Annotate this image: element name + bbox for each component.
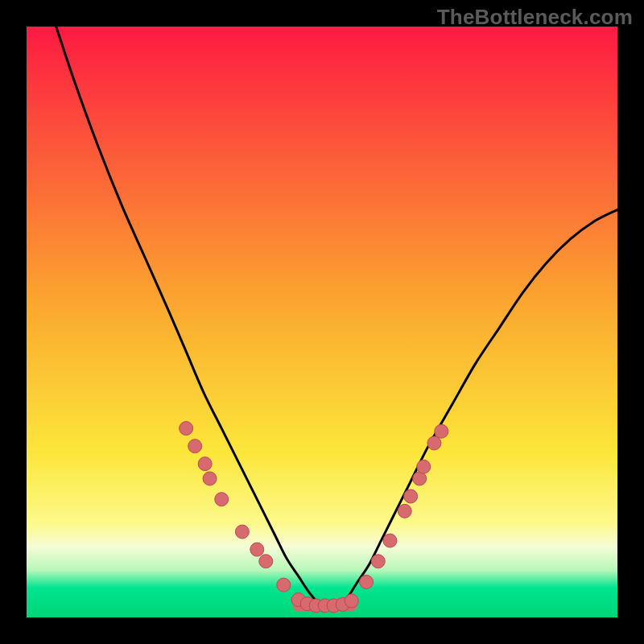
curve-marker <box>435 424 448 438</box>
curve-marker <box>259 555 273 568</box>
curve-marker <box>345 594 358 608</box>
curve-marker <box>371 555 385 568</box>
curve-marker <box>188 440 202 453</box>
bottleneck-chart <box>0 0 644 644</box>
curve-marker <box>383 534 397 547</box>
curve-marker <box>215 493 229 506</box>
curve-marker <box>398 504 411 518</box>
curve-marker <box>250 543 264 556</box>
curve-marker <box>277 578 291 592</box>
curve-marker <box>360 575 374 588</box>
curve-marker <box>235 525 249 539</box>
curve-marker <box>203 472 217 485</box>
curve-marker <box>427 436 441 450</box>
curve-marker <box>180 422 193 436</box>
plot-area <box>27 27 617 617</box>
curve-marker <box>404 489 418 503</box>
watermark-text: TheBottleneck.com <box>437 5 633 30</box>
curve-marker <box>417 460 431 473</box>
curve-marker <box>198 457 212 471</box>
